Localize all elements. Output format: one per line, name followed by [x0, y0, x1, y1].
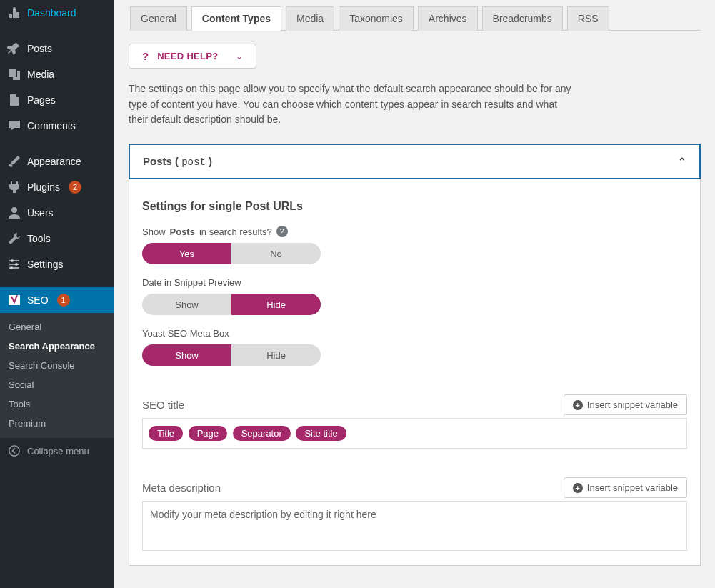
- sidebar-item-posts[interactable]: Posts: [0, 36, 114, 61]
- tabs-nav: General Content Types Media Taxonomies A…: [130, 0, 701, 31]
- need-help-label: NEED HELP?: [157, 51, 218, 61]
- pin-icon: [7, 41, 21, 56]
- sidebar-item-appearance[interactable]: Appearance: [0, 149, 114, 174]
- svg-point-4: [10, 266, 13, 269]
- pill-separator[interactable]: Separator: [233, 426, 291, 441]
- collapse-icon: [7, 444, 21, 458]
- date-snippet-label: Date in Snippet Preview: [142, 277, 687, 288]
- sidebar-item-settings[interactable]: Settings: [0, 251, 114, 277]
- sidebar-item-label: Posts: [27, 43, 52, 54]
- media-icon: [7, 67, 21, 81]
- pill-page[interactable]: Page: [189, 426, 227, 441]
- meta-description-field[interactable]: Modify your meta description by editing …: [142, 501, 687, 551]
- date-snippet-toggle: Show Hide: [142, 294, 321, 315]
- tab-rss[interactable]: RSS: [567, 6, 609, 31]
- need-help-button[interactable]: ? NEED HELP? ⌄: [129, 44, 256, 69]
- toggle-show[interactable]: Show: [142, 294, 231, 315]
- sidebar-item-label: Settings: [27, 259, 64, 270]
- svg-point-3: [15, 263, 18, 266]
- show-posts-label: Show Posts in search results? ?: [142, 226, 687, 237]
- plug-icon: [7, 180, 21, 194]
- page-icon: [7, 93, 21, 107]
- posts-panel: Posts ( post ) ⌃ Settings for single Pos…: [129, 144, 701, 566]
- seo-submenu: General Search Appearance Search Console…: [0, 313, 114, 437]
- sidebar-item-dashboard[interactable]: Dashboard: [0, 0, 114, 26]
- sidebar-item-plugins[interactable]: Plugins 2: [0, 174, 114, 200]
- sidebar-item-media[interactable]: Media: [0, 61, 114, 87]
- panel-toggle[interactable]: Posts ( post ) ⌃: [129, 144, 701, 179]
- sidebar-item-users[interactable]: Users: [0, 200, 114, 226]
- tab-general[interactable]: General: [130, 6, 187, 31]
- question-icon: ?: [142, 50, 149, 62]
- plus-icon: +: [573, 483, 583, 493]
- sidebar-item-comments[interactable]: Comments: [0, 113, 114, 139]
- main-content: General Content Types Media Taxonomies A…: [114, 0, 715, 588]
- submenu-premium[interactable]: Premium: [0, 414, 114, 433]
- svg-point-0: [13, 7, 16, 10]
- sidebar-item-label: Tools: [27, 233, 51, 244]
- user-icon: [7, 206, 21, 220]
- help-icon[interactable]: ?: [276, 226, 288, 237]
- sliders-icon: [7, 257, 21, 271]
- panel-slug: post: [181, 156, 206, 168]
- pill-site-title[interactable]: Site title: [296, 426, 346, 441]
- toggle-no[interactable]: No: [231, 243, 321, 264]
- yoast-icon: [7, 293, 21, 307]
- show-posts-toggle: Yes No: [142, 243, 321, 264]
- intro-text: The settings on this page allow you to s…: [129, 81, 571, 128]
- sidebar-item-label: Media: [27, 69, 54, 80]
- toggle-yes[interactable]: Yes: [142, 243, 231, 264]
- insert-variable-button-title[interactable]: + Insert snippet variable: [564, 394, 687, 415]
- chevron-down-icon: ⌄: [236, 51, 243, 61]
- svg-point-5: [9, 446, 19, 456]
- collapse-label: Collapse menu: [27, 446, 89, 457]
- insert-variable-button-desc[interactable]: + Insert snippet variable: [564, 477, 687, 498]
- submenu-social[interactable]: Social: [0, 375, 114, 394]
- collapse-menu[interactable]: Collapse menu: [0, 437, 114, 464]
- seo-badge: 1: [57, 294, 70, 307]
- submenu-general[interactable]: General: [0, 317, 114, 337]
- sidebar-item-seo[interactable]: SEO 1: [0, 287, 114, 313]
- dashboard-icon: [7, 6, 21, 20]
- submenu-tools[interactable]: Tools: [0, 394, 114, 414]
- toggle-hide-2[interactable]: Hide: [231, 344, 321, 366]
- sidebar-item-label: Users: [27, 207, 54, 219]
- meta-box-label: Yoast SEO Meta Box: [142, 328, 687, 339]
- panel-title-post: ): [206, 155, 212, 167]
- sidebar-item-pages[interactable]: Pages: [0, 87, 114, 113]
- sidebar-item-label: Plugins: [27, 181, 60, 193]
- section-heading: Settings for single Post URLs: [142, 200, 687, 213]
- tab-taxonomies[interactable]: Taxonomies: [339, 6, 414, 31]
- sidebar-item-tools[interactable]: Tools: [0, 226, 114, 251]
- sidebar-item-label: Appearance: [27, 156, 81, 167]
- pill-title[interactable]: Title: [149, 426, 183, 441]
- tab-archives[interactable]: Archives: [418, 6, 478, 31]
- toggle-show-2[interactable]: Show: [142, 344, 231, 366]
- sidebar-item-label: Comments: [27, 120, 76, 131]
- toggle-hide[interactable]: Hide: [231, 294, 321, 315]
- admin-sidebar: Dashboard Posts Media Pages Comments App…: [0, 0, 114, 588]
- comment-icon: [7, 119, 21, 133]
- panel-title: Posts ( post ): [143, 155, 212, 168]
- meta-description-label: Meta description: [142, 482, 221, 494]
- plus-icon: +: [573, 400, 583, 410]
- sidebar-item-label: SEO: [27, 294, 49, 306]
- tab-breadcrumbs[interactable]: Breadcrumbs: [482, 6, 563, 31]
- plugins-badge: 2: [69, 181, 81, 194]
- submenu-search-appearance[interactable]: Search Appearance: [0, 337, 114, 356]
- submenu-search-console[interactable]: Search Console: [0, 356, 114, 375]
- sidebar-item-label: Dashboard: [27, 7, 76, 19]
- tab-content-types[interactable]: Content Types: [191, 6, 281, 31]
- brush-icon: [7, 154, 21, 169]
- sidebar-item-label: Pages: [27, 94, 56, 106]
- seo-title-field[interactable]: Title Page Separator Site title: [142, 418, 687, 449]
- svg-point-2: [11, 259, 14, 262]
- tab-media[interactable]: Media: [286, 6, 334, 31]
- meta-box-toggle: Show Hide: [142, 344, 321, 366]
- seo-title-label: SEO title: [142, 399, 184, 411]
- panel-title-pre: Posts (: [143, 155, 181, 167]
- svg-point-1: [11, 207, 17, 213]
- wrench-icon: [7, 231, 21, 246]
- insert-variable-label: Insert snippet variable: [587, 482, 678, 493]
- chevron-up-icon: ⌃: [678, 156, 686, 167]
